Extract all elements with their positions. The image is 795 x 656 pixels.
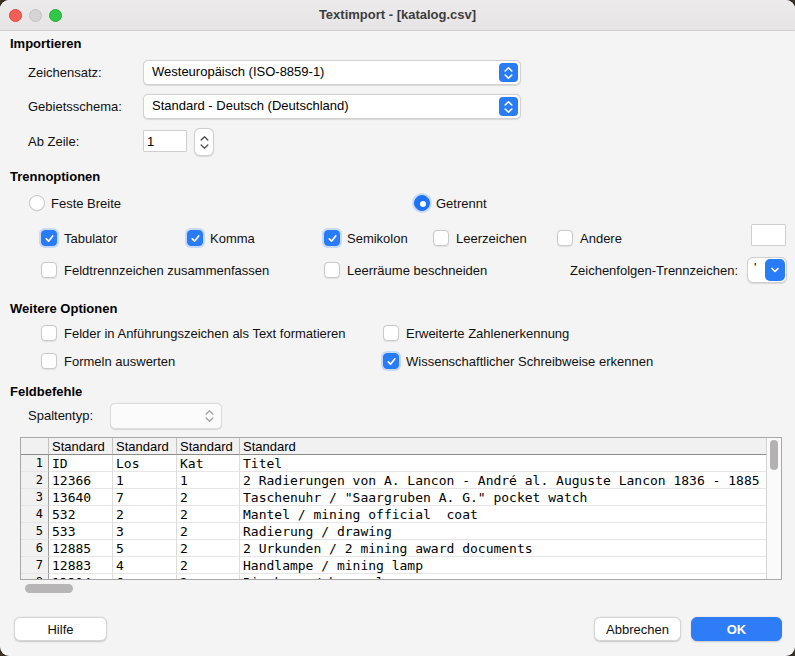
cancel-button[interactable]: Abbrechen [594,617,681,641]
cell: 6 [113,574,177,580]
cell: 12885 [49,540,113,557]
tabulator-label: Tabulator [64,231,117,246]
section-importieren: Importieren [10,36,82,51]
chevron-down-icon [765,259,785,281]
cell: 5 [113,540,177,557]
leerzeichen-label: Leerzeichen [456,231,527,246]
check-icon [44,233,55,244]
charset-dropdown[interactable]: Westeuropäisch (ISO-8859-1) [143,60,521,85]
fixed-width-label: Feste Breite [51,196,121,211]
preview-table[interactable]: Standard Standard Standard Standard 1 ID… [20,437,782,580]
andere-checkbox[interactable] [557,230,573,246]
section-trennoptionen: Trennoptionen [10,169,100,184]
check-icon [386,356,397,367]
table-row: 6 12885 5 2 2 Urkunden / 2 mining award … [21,540,781,557]
table-header-row: Standard Standard Standard Standard [21,438,781,455]
vertical-scrollbar[interactable] [766,438,781,579]
cell: Titel [240,455,767,472]
section-feldbefehle: Feldbefehle [10,384,82,399]
from-row-stepper[interactable] [194,128,214,156]
cell: Mantel / mining official coat [240,506,767,523]
help-button[interactable]: Hilfe [14,617,107,641]
section-weitere-optionen: Weitere Optionen [10,301,117,316]
header-corner-cell [21,438,49,455]
row-number: 8 [21,574,49,580]
chevron-down-icon [199,143,210,150]
cell: 12883 [49,557,113,574]
komma-checkbox[interactable] [187,230,203,246]
cell: 2 [177,506,240,523]
cell: Los [113,455,177,472]
vertical-scrollbar-thumb[interactable] [770,440,778,470]
column-type-label: Spaltentyp: [28,408,93,423]
leerzeichen-checkbox[interactable] [433,230,449,246]
andere-separator-input[interactable] [751,224,786,246]
separated-label: Getrennt [436,196,487,211]
cell: 2 [177,540,240,557]
andere-label: Andere [580,231,622,246]
cell: 3 [113,523,177,540]
table-row: 8 13314 6 2 Bierkrug / beer glas [21,574,781,580]
cell: 4 [113,557,177,574]
cell: 12366 [49,472,113,489]
tabulator-checkbox[interactable] [41,230,57,246]
horizontal-scrollbar-thumb[interactable] [25,584,73,593]
fixed-width-radio[interactable] [29,195,45,211]
column-type-dropdown[interactable] [110,403,222,429]
cell: 2 Radierungen von A. Lancon - André al. … [240,472,767,489]
table-row: 4 532 2 2 Mantel / mining official coat [21,506,781,523]
string-delimiter-combo[interactable]: ' [747,257,787,283]
detect-numbers-checkbox[interactable] [383,325,399,341]
cell: 13640 [49,489,113,506]
scientific-notation-checkbox[interactable] [383,353,399,369]
chevron-up-icon [199,135,210,142]
row-number: 4 [21,506,49,523]
quoted-as-text-label: Felder in Anführungszeichen als Text for… [64,326,346,341]
string-delimiter-label: Zeichenfolgen-Trennzeichen: [540,263,738,278]
check-icon [327,233,338,244]
cell: ID [49,455,113,472]
column-header[interactable]: Standard [49,438,113,455]
chevron-up-down-icon [499,63,518,82]
cell: 2 [177,557,240,574]
row-number: 1 [21,455,49,472]
evaluate-formulas-label: Formeln auswerten [64,354,175,369]
evaluate-formulas-checkbox[interactable] [41,353,57,369]
cell: Kat [177,455,240,472]
ok-button[interactable]: OK [691,617,782,641]
cell: 2 [177,574,240,580]
charset-label: Zeichensatz: [28,65,102,80]
cell: 1 [177,472,240,489]
column-header[interactable]: Standard [113,438,177,455]
table-row: 1 ID Los Kat Titel [21,455,781,472]
chevron-up-down-icon [499,97,518,116]
merge-delimiters-checkbox[interactable] [41,262,57,278]
cell: Bierkrug / beer glas [240,574,767,580]
locale-dropdown[interactable]: Standard - Deutsch (Deutschland) [143,94,521,119]
cell: 532 [49,506,113,523]
cell: 13314 [49,574,113,580]
row-number: 6 [21,540,49,557]
merge-delimiters-label: Feldtrennzeichen zusammenfassen [64,263,269,278]
detect-numbers-label: Erweiterte Zahlenerkennung [406,326,569,341]
window-title: Textimport - [katalog.csv] [0,7,795,22]
column-header[interactable]: Standard [177,438,240,455]
row-number: 5 [21,523,49,540]
horizontal-scrollbar[interactable] [20,582,782,594]
trim-spaces-label: Leerräume beschneiden [347,263,487,278]
table-row: 7 12883 4 2 Handlampe / mining lamp [21,557,781,574]
semikolon-label: Semikolon [347,231,408,246]
quoted-as-text-checkbox[interactable] [41,325,57,341]
separated-radio[interactable] [414,195,430,211]
cell: 2 [177,489,240,506]
trim-spaces-checkbox[interactable] [324,262,340,278]
chevron-up-down-icon [200,406,219,426]
cell: Handlampe / mining lamp [240,557,767,574]
locale-value: Standard - Deutsch (Deutschland) [152,98,349,113]
row-number: 7 [21,557,49,574]
semikolon-checkbox[interactable] [324,230,340,246]
cell: Radierung / drawing [240,523,767,540]
from-row-input[interactable] [143,130,187,152]
column-header[interactable]: Standard [240,438,767,455]
cell: 2 [177,523,240,540]
